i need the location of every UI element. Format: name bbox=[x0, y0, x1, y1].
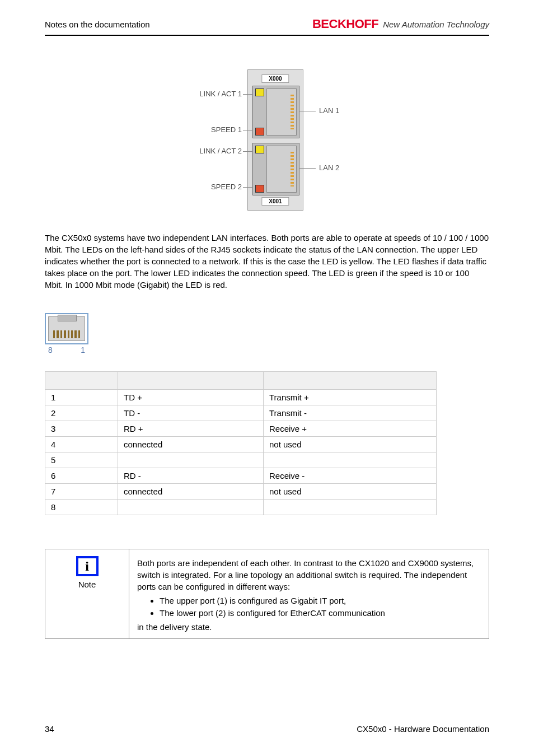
port-label-bottom: X001 bbox=[261, 197, 289, 206]
pinout-table: 1TD +Transmit +2TD -Transmit -3RD +Recei… bbox=[45, 371, 437, 515]
callout-speed2: SPEED 2 bbox=[180, 183, 242, 191]
table-cell: 2 bbox=[45, 405, 118, 421]
table-cell: 3 bbox=[45, 421, 118, 437]
table-row: 3RD +Receive + bbox=[45, 421, 437, 437]
table-cell: 8 bbox=[45, 500, 118, 515]
rj45-socket-icon bbox=[266, 146, 297, 193]
callout-lan2: LAN 2 bbox=[319, 164, 339, 172]
table-cell bbox=[118, 500, 264, 515]
page-header: Notes on the documentation BECKHOFF New … bbox=[45, 17, 489, 36]
info-icon bbox=[76, 556, 99, 576]
callout-line bbox=[243, 187, 253, 188]
table-row: 2TD -Transmit - bbox=[45, 405, 437, 421]
table-row: 4connectednot used bbox=[45, 437, 437, 452]
table-cell bbox=[264, 452, 437, 468]
table-cell: RD + bbox=[118, 421, 264, 437]
table-cell: Receive - bbox=[264, 468, 437, 484]
callout-line bbox=[299, 168, 316, 169]
rj45-socket-icon bbox=[266, 88, 297, 136]
pin-number-left: 8 bbox=[48, 346, 53, 354]
callout-line bbox=[243, 94, 253, 95]
table-row: 1TD +Transmit + bbox=[45, 390, 437, 405]
speed-led-icon bbox=[255, 185, 264, 193]
port-label-top: X000 bbox=[261, 74, 289, 83]
callout-speed1: SPEED 1 bbox=[180, 125, 242, 134]
callout-line bbox=[243, 151, 253, 152]
page-number: 34 bbox=[45, 724, 54, 734]
table-cell: Receive + bbox=[264, 421, 437, 437]
table-cell: not used bbox=[264, 484, 437, 500]
table-row: 5 bbox=[45, 452, 437, 468]
table-cell: 1 bbox=[45, 390, 118, 405]
note-label: Note bbox=[45, 580, 129, 589]
lan-ports-figure: X000 X001 LINK / ACT 1 SPEED 1 LINK / AC… bbox=[180, 69, 354, 215]
rj45-pinout-thumbnail: 8 1 bbox=[45, 313, 88, 354]
table-cell: 7 bbox=[45, 484, 118, 500]
callout-line bbox=[243, 130, 253, 130]
callout-line bbox=[299, 111, 316, 111]
table-cell: TD + bbox=[118, 390, 264, 405]
note-bullet: The upper port (1) is configured as Giga… bbox=[160, 595, 481, 606]
rj45-port-2 bbox=[252, 143, 299, 195]
note-lead-text: Both ports are independent of each other… bbox=[137, 557, 481, 592]
header-brand: BECKHOFF New Automation Technology bbox=[312, 17, 489, 31]
callout-lan1: LAN 1 bbox=[319, 106, 339, 115]
table-cell bbox=[118, 452, 264, 468]
link-led-icon bbox=[255, 88, 264, 96]
table-cell: not used bbox=[264, 437, 437, 452]
table-cell: Transmit - bbox=[264, 405, 437, 421]
table-cell: RD - bbox=[118, 468, 264, 484]
speed-led-icon bbox=[255, 128, 264, 136]
body-paragraph: The CX50x0 systems have two independent … bbox=[45, 232, 489, 291]
note-box: Note Both ports are independent of each … bbox=[45, 549, 489, 639]
callout-link1: LINK / ACT 1 bbox=[180, 90, 242, 98]
table-row: 7connectednot used bbox=[45, 484, 437, 500]
note-tail-text: in the delivery state. bbox=[137, 621, 481, 633]
table-cell: connected bbox=[118, 437, 264, 452]
table-cell: connected bbox=[118, 484, 264, 500]
pin-number-right: 1 bbox=[81, 346, 85, 354]
brand-logo: BECKHOFF bbox=[312, 17, 378, 31]
note-bullet-list: The upper port (1) is configured as Giga… bbox=[160, 595, 481, 619]
rj45-port-1 bbox=[252, 86, 299, 138]
callout-link2: LINK / ACT 2 bbox=[180, 147, 242, 155]
table-cell: 5 bbox=[45, 452, 118, 468]
table-cell: 6 bbox=[45, 468, 118, 484]
table-cell: TD - bbox=[118, 405, 264, 421]
page-footer: 34 CX50x0 - Hardware Documentation bbox=[45, 724, 489, 734]
header-section-title: Notes on the documentation bbox=[45, 20, 150, 29]
table-cell bbox=[264, 500, 437, 515]
device-outline: X000 X001 bbox=[247, 69, 303, 211]
table-row: 8 bbox=[45, 500, 437, 515]
note-bullet: The lower port (2) is configured for Eth… bbox=[160, 607, 481, 619]
doc-title: CX50x0 - Hardware Documentation bbox=[357, 724, 489, 734]
table-cell: Transmit + bbox=[264, 390, 437, 405]
table-row: 6RD -Receive - bbox=[45, 468, 437, 484]
link-led-icon bbox=[255, 146, 264, 153]
brand-tagline: New Automation Technology bbox=[383, 20, 489, 29]
table-cell: 4 bbox=[45, 437, 118, 452]
